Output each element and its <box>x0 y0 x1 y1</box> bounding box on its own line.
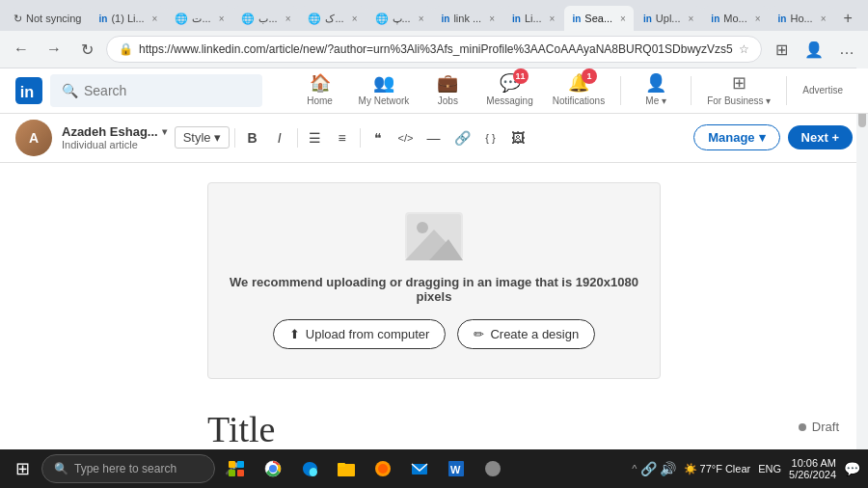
inline-code-button[interactable]: { } <box>478 125 503 150</box>
linkedin-logo[interactable]: in <box>15 77 42 104</box>
nav-network-label: My Network <box>359 95 410 106</box>
style-dropdown[interactable]: Style ▾ <box>175 126 230 149</box>
tab-favicon: in <box>98 14 107 24</box>
cover-image-area: We recommend uploading or dragging in an… <box>207 182 661 379</box>
image-button[interactable]: 🖼 <box>505 125 530 150</box>
tab-close-icon[interactable]: × <box>219 14 225 24</box>
tab-label: ت... <box>192 13 210 25</box>
taskbar-app-explorer[interactable] <box>219 451 254 486</box>
tab-close-icon[interactable]: × <box>352 14 358 24</box>
nav-advertise[interactable]: Advertise <box>793 79 853 101</box>
address-bar[interactable]: 🔒 ☆ <box>106 36 762 63</box>
browser-tab[interactable]: in Ho... × <box>771 6 834 31</box>
nav-jobs[interactable]: 💼 Jobs <box>419 68 476 112</box>
taskbar-search-input[interactable] <box>74 462 219 475</box>
extensions-button[interactable]: ⊞ <box>768 36 795 63</box>
notification-icon[interactable]: 💬 <box>844 461 860 476</box>
article-title-input[interactable]: Title <box>207 408 661 450</box>
taskbar-app-folder[interactable] <box>329 451 364 486</box>
taskbar-weather[interactable]: ☀️ 77°F Clear <box>684 463 751 475</box>
linkedin-search[interactable]: 🔍 <box>50 74 262 107</box>
tab-favicon: in <box>442 14 450 24</box>
next-button[interactable]: Next + <box>788 125 853 149</box>
profile-button[interactable]: 👤 <box>800 36 827 63</box>
sync-button[interactable]: ↻ Not syncing <box>6 8 89 29</box>
svg-point-12 <box>269 465 277 473</box>
scrollbar[interactable] <box>856 68 868 449</box>
browser-tab[interactable]: in Upl... × <box>636 6 701 31</box>
taskbar-volume-icon: 🔊 <box>660 461 676 476</box>
start-button[interactable]: ⊞ <box>8 454 38 483</box>
author-avatar: A <box>15 120 52 156</box>
ordered-list-button[interactable]: ≡ <box>330 125 355 150</box>
new-tab-button[interactable]: + <box>836 6 860 31</box>
italic-button[interactable]: I <box>267 125 292 150</box>
svg-point-16 <box>378 464 388 474</box>
nav-me[interactable]: 👤 Me ▾ <box>627 68 685 112</box>
taskbar-apps: W <box>219 451 628 486</box>
tab-close-icon[interactable]: × <box>620 14 626 24</box>
search-input[interactable] <box>84 83 251 98</box>
browser-tab[interactable]: 🌐 پ... × <box>367 6 432 31</box>
nav-for-business[interactable]: ⊞ For Business ▾ <box>697 68 780 112</box>
manage-button[interactable]: Manage ▾ <box>693 124 779 150</box>
taskbar-app-word[interactable]: W <box>439 451 474 486</box>
create-design-button[interactable]: ✏ Create a design <box>457 319 595 349</box>
format-separator <box>297 128 298 148</box>
tab-close-icon[interactable]: × <box>285 14 291 24</box>
taskbar-clock[interactable]: 10:06 AM 5/26/2024 <box>789 457 836 480</box>
author-name[interactable]: Azadeh Eshag... ▾ <box>62 124 167 139</box>
browser-tab[interactable]: 🌐 ب... × <box>233 6 298 31</box>
taskbar-app-chrome[interactable] <box>256 451 290 486</box>
nav-messaging[interactable]: 💬 11 Messaging <box>476 68 542 112</box>
browser-tab[interactable]: in (1) Li... × <box>91 6 165 31</box>
tab-close-icon[interactable]: × <box>755 14 761 24</box>
tab-close-icon[interactable]: × <box>152 14 158 24</box>
tab-close-icon[interactable]: × <box>550 14 556 24</box>
tab-close-icon[interactable]: × <box>821 14 827 24</box>
jobs-icon: 💼 <box>437 72 458 94</box>
tab-favicon: in <box>572 14 581 24</box>
tab-close-icon[interactable]: × <box>689 14 694 24</box>
nav-home[interactable]: 🏠 Home <box>291 68 349 112</box>
reload-button[interactable]: ↻ <box>73 36 100 63</box>
settings-button[interactable]: … <box>833 36 860 63</box>
upload-from-computer-button[interactable]: ⬆ Upload from computer <box>273 319 447 349</box>
tab-label: ک... <box>325 13 343 25</box>
address-input[interactable] <box>139 42 733 56</box>
browser-tab[interactable]: in Li... × <box>504 6 562 31</box>
forward-button[interactable]: → <box>41 36 68 63</box>
blockquote-button[interactable]: ❝ <box>366 125 391 150</box>
browser-toolbar-icons: ⊞ 👤 … <box>768 36 860 63</box>
back-button[interactable]: ← <box>8 36 35 63</box>
bullet-list-button[interactable]: ☰ <box>303 125 328 150</box>
bold-button[interactable]: B <box>240 125 265 150</box>
nav-network[interactable]: 👥 My Network <box>349 68 420 112</box>
nav-business-label: For Business ▾ <box>707 95 771 106</box>
taskbar-app-firefox[interactable] <box>366 451 400 486</box>
taskbar-search[interactable]: 🔍 🎤 <box>41 454 215 483</box>
taskbar-app-mail[interactable] <box>402 451 437 486</box>
tab-close-icon[interactable]: × <box>419 14 424 24</box>
nav-jobs-label: Jobs <box>438 95 458 106</box>
nav-notifications[interactable]: 🔔 1 Notifications <box>543 68 614 112</box>
link-button[interactable]: 🔗 <box>448 125 476 150</box>
taskbar-app-misc[interactable] <box>475 451 510 486</box>
browser-tab[interactable]: in Mo... × <box>703 6 768 31</box>
taskbar-chevron[interactable]: ^ <box>632 463 637 474</box>
author-info-section: A Azadeh Eshag... ▾ Individual article <box>15 120 167 156</box>
taskbar-app-edge[interactable] <box>292 451 327 486</box>
browser-tab[interactable]: 🌐 ک... × <box>300 6 365 31</box>
tab-close-icon[interactable]: × <box>489 14 495 24</box>
browser-tab[interactable]: in link ... × <box>434 6 502 31</box>
tab-label: Mo... <box>723 13 746 24</box>
tab-favicon: 🌐 <box>308 13 321 25</box>
design-icon: ✏ <box>474 327 484 341</box>
browser-tab[interactable]: 🌐 ت... × <box>167 6 231 31</box>
formatting-group: Style ▾ B I ☰ ≡ ❝ </> — 🔗 { } 🖼 <box>175 125 530 150</box>
divider-button[interactable]: — <box>421 125 447 150</box>
editor-content-area: We recommend uploading or dragging in an… <box>0 163 868 488</box>
messaging-badge: 11 <box>513 68 529 84</box>
code-block-button[interactable]: </> <box>393 125 420 150</box>
browser-tab-active[interactable]: in Sea... × <box>564 6 633 31</box>
